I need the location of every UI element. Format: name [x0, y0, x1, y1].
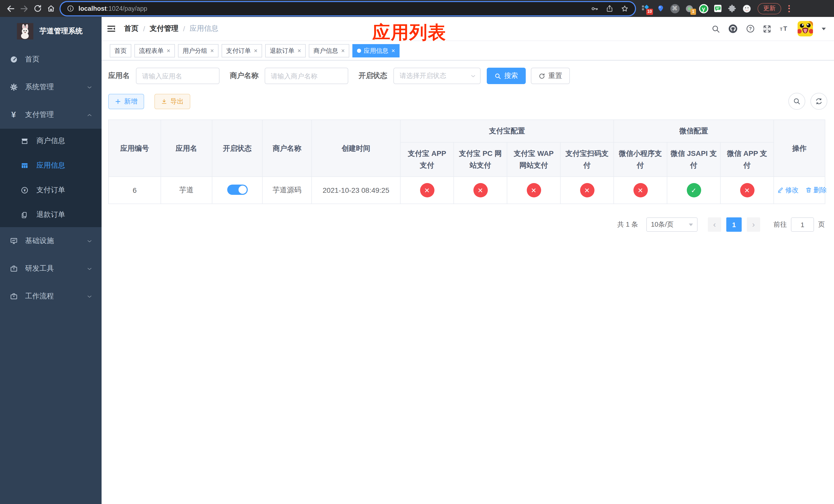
sidebar-item-devtools[interactable]: 研发工具	[0, 255, 102, 282]
extensions-area: 10 ⌘ 1 y	[641, 4, 751, 13]
help-icon[interactable]: ?	[746, 24, 755, 33]
col-created: 创建时间	[312, 120, 400, 177]
delete-link[interactable]: 删除	[805, 186, 827, 195]
sidebar-item-infra[interactable]: 基础设施	[0, 227, 102, 255]
app-name-label: 应用名	[108, 71, 130, 81]
sidebar-item-payment[interactable]: ¥ 支付管理	[0, 101, 102, 129]
group-alipay-config: 支付宝配置	[400, 120, 614, 142]
search-icon[interactable]	[711, 24, 720, 33]
cell-alipay-wap: ✕	[507, 177, 561, 204]
tab-user-group[interactable]: 用户分组×	[178, 44, 219, 58]
browser-back-button[interactable]	[4, 2, 18, 15]
cell-alipay-pc: ✕	[454, 177, 507, 204]
sidebar-item-home[interactable]: 首页	[0, 46, 102, 73]
address-bar[interactable]: localhost:1024/pay/app	[61, 2, 635, 15]
cell-merchant: 芋道源码	[262, 177, 312, 204]
tab-merchant-info[interactable]: 商户信息×	[309, 44, 349, 58]
browser-forward-button[interactable]	[18, 2, 31, 15]
close-icon[interactable]: ×	[254, 47, 258, 54]
toggle-search-button[interactable]	[788, 93, 805, 110]
add-button[interactable]: 新增	[108, 94, 144, 109]
goto-page-input[interactable]	[791, 217, 814, 232]
cell-wx-app: ✕	[720, 177, 774, 204]
github-icon[interactable]	[728, 24, 738, 34]
search-button[interactable]: 搜索	[487, 68, 526, 84]
share-icon[interactable]	[606, 5, 613, 12]
briefcase-icon	[9, 265, 18, 273]
sidebar-item-merchant-info[interactable]: 商户信息	[0, 129, 102, 153]
export-button[interactable]: 导出	[154, 94, 190, 109]
close-icon[interactable]: ×	[391, 47, 395, 54]
reset-button-label: 重置	[548, 71, 562, 81]
fullscreen-icon[interactable]	[763, 24, 771, 33]
cell-alipay-app: ✕	[400, 177, 454, 204]
avatar[interactable]	[797, 21, 813, 37]
sidebar-item-pay-order[interactable]: ¥ 支付订单	[0, 178, 102, 203]
pencil-icon	[777, 187, 784, 193]
next-page-button[interactable]: ›	[747, 217, 760, 232]
sidebar-item-refund-order[interactable]: 退款订单	[0, 203, 102, 227]
sidebar-item-app-info[interactable]: 应用信息	[0, 153, 102, 178]
browser-home-button[interactable]	[44, 2, 58, 15]
extension-puzzle-icon[interactable]	[727, 4, 737, 13]
merchant-name-input[interactable]	[265, 68, 348, 84]
tab-home[interactable]: 首页	[110, 44, 131, 58]
extension-chat-icon[interactable]	[713, 4, 723, 13]
page-size-select[interactable]: 10条/页	[646, 217, 698, 232]
refresh-table-button[interactable]	[810, 93, 827, 110]
tab-refund-order[interactable]: 退款订单×	[265, 44, 306, 58]
sidebar-item-label: 基础设施	[25, 236, 54, 246]
extension-emoji-icon[interactable]	[742, 4, 751, 13]
breadcrumb-home[interactable]: 首页	[124, 24, 138, 33]
status-toggle[interactable]	[227, 184, 247, 194]
reset-button[interactable]: 重置	[531, 68, 570, 84]
status-select[interactable]: 请选择开启状态	[393, 68, 481, 84]
close-icon[interactable]: ×	[341, 47, 345, 54]
logo[interactable]: 芋道管理系统	[0, 17, 102, 46]
extension-recorder-icon[interactable]: 1	[684, 4, 694, 13]
monitor-icon	[9, 237, 18, 245]
gear-icon	[9, 83, 18, 91]
tab-label: 首页	[114, 46, 127, 55]
shop-icon	[20, 137, 29, 145]
font-size-icon[interactable]: TT	[779, 24, 790, 33]
forward-arrow-icon	[20, 4, 29, 13]
edit-link[interactable]: 修改	[777, 186, 798, 195]
col-alipay-pc: 支付宝 PC 网站支付	[454, 142, 507, 177]
info-icon[interactable]	[67, 5, 74, 12]
tab-label: 应用信息	[364, 46, 388, 55]
status-icon: ✕	[740, 183, 754, 198]
avatar-caret-icon[interactable]	[822, 27, 826, 30]
extension-pin-icon[interactable]	[656, 4, 665, 13]
bookmark-star-icon[interactable]	[621, 4, 629, 13]
sidebar-collapse-button[interactable]	[107, 24, 116, 33]
password-key-icon[interactable]	[590, 4, 598, 13]
close-icon[interactable]: ×	[167, 47, 170, 54]
chevron-down-icon	[87, 238, 92, 244]
delete-label: 删除	[813, 186, 827, 195]
document-copy-icon	[20, 211, 29, 219]
cell-status	[212, 177, 262, 204]
extension-y-icon[interactable]: y	[699, 4, 708, 13]
sidebar-item-workflow[interactable]: 工作流程	[0, 282, 102, 310]
app-name-input[interactable]	[136, 68, 220, 84]
tab-process-form[interactable]: 流程表单×	[134, 44, 175, 58]
page-number-1[interactable]: 1	[726, 217, 742, 232]
extension-blue-diamond-icon[interactable]: 10	[641, 4, 651, 13]
tag-view-bar: 首页 流程表单× 用户分组× 支付订单× 退款订单× 商户信息× 应用信息×	[102, 41, 834, 61]
cell-alipay-qr: ✕	[561, 177, 614, 204]
close-icon[interactable]: ×	[210, 47, 214, 54]
app-window: 芋道管理系统 首页 系统管理 ¥ 支付管理	[0, 17, 834, 504]
command-glyph: ⌘	[670, 4, 679, 13]
extension-command-icon[interactable]: ⌘	[670, 4, 680, 13]
breadcrumb-payment[interactable]: 支付管理	[150, 24, 178, 33]
browser-menu-button[interactable]	[785, 5, 792, 12]
close-icon[interactable]: ×	[298, 47, 301, 54]
browser-update-button[interactable]: 更新	[758, 3, 781, 14]
url-host: localhost	[79, 5, 107, 12]
tab-app-info[interactable]: 应用信息×	[352, 44, 399, 58]
browser-reload-button[interactable]	[31, 2, 44, 15]
prev-page-button[interactable]: ‹	[708, 217, 721, 232]
tab-pay-order[interactable]: 支付订单×	[222, 44, 262, 58]
sidebar-item-system[interactable]: 系统管理	[0, 73, 102, 101]
